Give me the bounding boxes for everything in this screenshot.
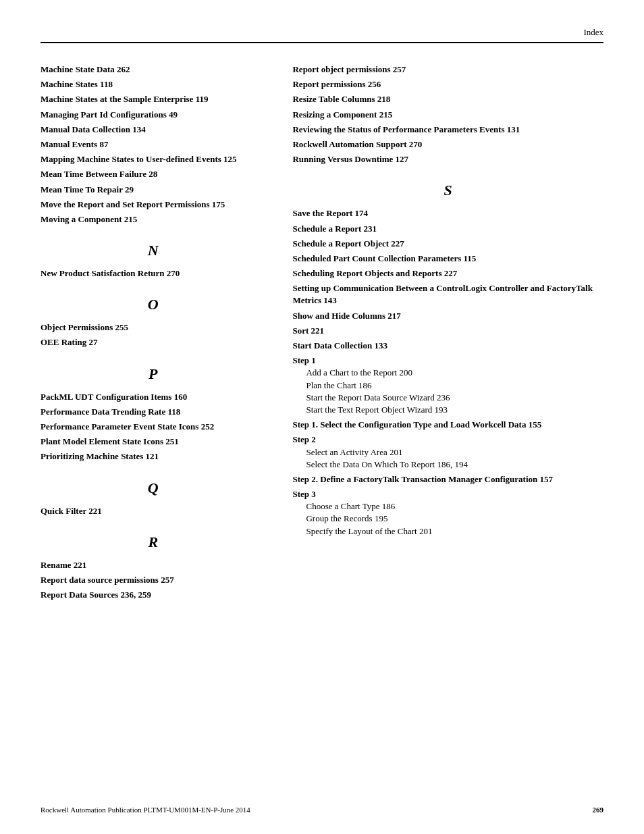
list-item: Step 1. Select the Configuration Type an… bbox=[292, 419, 603, 431]
list-item: Managing Part Id Configurations 49 bbox=[41, 109, 265, 121]
page-header: Index bbox=[41, 27, 603, 43]
list-item: Schedule a Report Object 227 bbox=[292, 238, 603, 250]
list-item: Manual Events 87 bbox=[41, 138, 265, 151]
page-footer: Rockwell Automation Publication PLTMT-UM… bbox=[0, 806, 644, 814]
section-letter-o: O bbox=[41, 296, 265, 313]
left-column: Machine State Data 262 Machine States 11… bbox=[41, 63, 265, 604]
list-item: Step 3 Choose a Chart Type 186 Group the… bbox=[292, 488, 603, 538]
list-item: OEE Rating 27 bbox=[41, 336, 265, 348]
right-column: Report object permissions 257 Report per… bbox=[292, 63, 603, 604]
list-item: Prioritizing Machine States 121 bbox=[41, 450, 265, 463]
list-item: Resizing a Component 215 bbox=[292, 109, 603, 121]
footer-page-number: 269 bbox=[593, 806, 604, 814]
list-item: Mean Time To Repair 29 bbox=[41, 184, 265, 196]
list-item: Manual Data Collection 134 bbox=[41, 124, 265, 136]
section-letter-s: S bbox=[292, 182, 603, 199]
section-letter-p: P bbox=[41, 365, 265, 383]
list-item: Scheduling Report Objects and Reports 22… bbox=[292, 267, 603, 280]
list-item: Report data source permissions 257 bbox=[41, 574, 265, 586]
list-item: Step 1 Add a Chart to the Report 200 Pla… bbox=[292, 355, 603, 416]
section-letter-r: R bbox=[41, 533, 265, 551]
footer-publication: Rockwell Automation Publication PLTMT-UM… bbox=[41, 806, 250, 814]
list-item: Plant Model Element State Icons 251 bbox=[41, 436, 265, 448]
list-item: Sort 221 bbox=[292, 325, 603, 337]
page: Index Machine State Data 262 Machine Sta… bbox=[0, 0, 644, 834]
list-item: Machine States at the Sample Enterprise … bbox=[41, 93, 265, 105]
list-item: Save the Report 174 bbox=[292, 207, 603, 219]
list-item: Report object permissions 257 bbox=[292, 63, 603, 76]
list-item: Mapping Machine States to User-defined E… bbox=[41, 153, 265, 165]
list-item: Start Data Collection 133 bbox=[292, 340, 603, 352]
list-item: Machine State Data 262 bbox=[41, 63, 265, 76]
list-item: Report Data Sources 236, 259 bbox=[41, 589, 265, 601]
list-item: Quick Filter 221 bbox=[41, 505, 265, 517]
list-item: Performance Parameter Event State Icons … bbox=[41, 421, 265, 433]
list-item: PackML UDT Configuration Items 160 bbox=[41, 391, 265, 403]
list-item: Step 2. Define a FactoryTalk Transaction… bbox=[292, 473, 603, 486]
list-item: Object Permissions 255 bbox=[41, 321, 265, 334]
list-item: Performance Data Trending Rate 118 bbox=[41, 406, 265, 418]
list-item: Setting up Communication Between a Contr… bbox=[292, 282, 603, 307]
list-item: Resize Table Columns 218 bbox=[292, 93, 603, 105]
list-item: Machine States 118 bbox=[41, 78, 265, 90]
list-item: Schedule a Report 231 bbox=[292, 223, 603, 235]
list-item: Reviewing the Status of Performance Para… bbox=[292, 124, 603, 136]
section-letter-q: Q bbox=[41, 479, 265, 497]
header-title: Index bbox=[583, 27, 603, 38]
list-item: Running Versus Downtime 127 bbox=[292, 153, 603, 165]
list-item: Rockwell Automation Support 270 bbox=[292, 138, 603, 151]
two-column-layout: Machine State Data 262 Machine States 11… bbox=[41, 63, 603, 604]
list-item: New Product Satisfaction Return 270 bbox=[41, 267, 265, 280]
list-item: Show and Hide Columns 217 bbox=[292, 310, 603, 322]
list-item: Step 2 Select an Activity Area 201 Selec… bbox=[292, 434, 603, 471]
list-item: Move the Report and Set Report Permissio… bbox=[41, 199, 265, 211]
list-item: Report permissions 256 bbox=[292, 78, 603, 90]
list-item: Rename 221 bbox=[41, 559, 265, 571]
list-item: Moving a Component 215 bbox=[41, 213, 265, 226]
list-item: Scheduled Part Count Collection Paramete… bbox=[292, 253, 603, 265]
section-letter-n: N bbox=[41, 242, 265, 259]
list-item: Mean Time Between Failure 28 bbox=[41, 168, 265, 180]
